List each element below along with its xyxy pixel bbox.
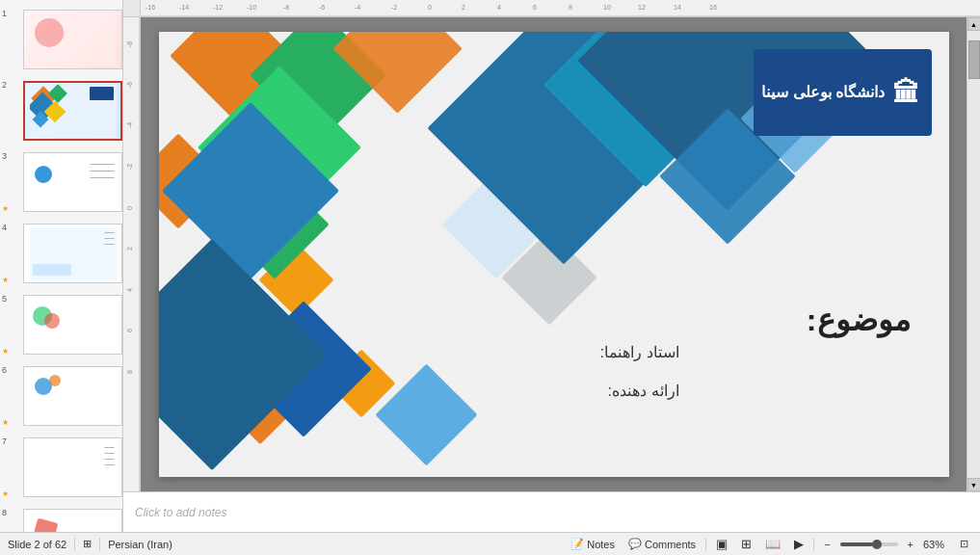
slide-num-5: 5 (2, 294, 7, 304)
supervisor-label[interactable]: استاد راهنما: (600, 343, 679, 361)
slide-sorter-button[interactable]: ⊞ (737, 536, 755, 552)
main-slide: 🏛 دانشگاه بوعلی سینا موضوع: استاد راهنما… (159, 32, 949, 477)
normal-view-button[interactable]: ▣ (712, 536, 731, 552)
slide-thumb-4[interactable]: —————— (23, 224, 122, 283)
notes-label: Notes (587, 539, 615, 550)
scroll-up-button[interactable]: ▲ (967, 17, 981, 31)
status-sep-1 (74, 538, 75, 551)
svg-text:-2: -2 (391, 4, 397, 11)
comments-label: Comments (645, 539, 696, 550)
slide-star-5: ★ (2, 347, 9, 356)
svg-text:-4: -4 (126, 122, 133, 128)
slide-thumb-1[interactable] (23, 10, 122, 69)
svg-text:12: 12 (638, 4, 646, 11)
slide-thumb-7[interactable]: ———————— (23, 437, 122, 497)
university-name: دانشگاه بوعلی سینا (761, 82, 885, 103)
svg-text:6: 6 (126, 329, 133, 332)
slide-thumb-3[interactable]: ——————————————— (23, 152, 122, 212)
scroll-thumb[interactable] (968, 40, 980, 79)
ruler-vertical: -8 -6 -4 -2 0 2 4 6 8 (123, 17, 141, 491)
svg-text:-14: -14 (179, 4, 189, 11)
slideshow-button[interactable]: ▶ (790, 536, 808, 552)
zoom-slider[interactable] (840, 542, 898, 546)
svg-text:-6: -6 (126, 82, 133, 88)
university-logo: 🏛 دانشگاه بوعلی سینا (754, 49, 932, 136)
notes-icon: 📝 (570, 538, 584, 550)
scroll-down-button[interactable]: ▼ (967, 478, 981, 491)
slide-star-3: ★ (2, 204, 9, 213)
comments-icon: 💬 (628, 538, 642, 550)
slide-star-4: ★ (2, 276, 9, 284)
slide-num-1: 1 (2, 9, 7, 18)
svg-text:14: 14 (674, 4, 681, 11)
svg-text:-8: -8 (283, 4, 289, 11)
zoom-slider-thumb[interactable] (872, 540, 882, 549)
slide-num-2: 2 (2, 80, 7, 90)
notes-input-area[interactable]: Click to add notes (123, 491, 980, 532)
status-left: Slide 2 of 62 ⊞ Persian (Iran) (8, 538, 172, 551)
svg-text:0: 0 (428, 4, 432, 11)
svg-text:-6: -6 (319, 4, 325, 11)
presenter-label[interactable]: ارائه دهنده: (608, 382, 679, 400)
slide-thumb-8[interactable] (23, 509, 122, 532)
slide-thumb-6[interactable] (23, 366, 122, 426)
app-container: 1 2 (0, 0, 980, 532)
slide-star-7: ★ (2, 489, 9, 498)
svg-text:4: 4 (497, 4, 501, 11)
svg-text:-12: -12 (213, 4, 223, 11)
status-sep-3 (705, 538, 706, 551)
slide-viewport[interactable]: 🏛 دانشگاه بوعلی سینا موضوع: استاد راهنما… (141, 17, 967, 491)
vertical-scrollbar: ▲ ▼ (967, 17, 980, 491)
status-sep-4 (813, 538, 814, 551)
topic-label[interactable]: موضوع: (807, 302, 911, 338)
svg-text:-4: -4 (355, 4, 360, 11)
fit-slide-button[interactable]: ⊡ (956, 537, 972, 551)
svg-text:2: 2 (126, 247, 133, 251)
svg-text:-2: -2 (126, 164, 133, 170)
status-right: 📝 Notes 💬 Comments ▣ ⊞ 📖 ▶ − + 63% ⊡ (567, 536, 972, 552)
svg-text:4: 4 (126, 288, 133, 292)
slide-panel: 1 2 (0, 0, 123, 532)
status-sep-2 (99, 538, 100, 551)
svg-text:16: 16 (709, 4, 717, 11)
comments-button[interactable]: 💬 Comments (624, 537, 700, 551)
svg-text:-8: -8 (126, 41, 133, 47)
slide-icon: ⊞ (83, 538, 92, 550)
zoom-percent: 63% (923, 539, 950, 550)
svg-text:-16: -16 (146, 4, 155, 11)
ruler-corner (123, 0, 141, 17)
status-bar: Slide 2 of 62 ⊞ Persian (Iran) 📝 Notes 💬… (0, 532, 980, 555)
slide-thumb-2[interactable] (23, 81, 122, 141)
zoom-slider-fill (840, 542, 874, 546)
slide-num-7: 7 (2, 436, 7, 446)
slide-num-8: 8 (2, 508, 7, 517)
svg-text:8: 8 (126, 370, 133, 374)
slide-info: Slide 2 of 62 (8, 539, 66, 550)
svg-text:-10: -10 (247, 4, 256, 11)
slide-num-4: 4 (2, 223, 7, 232)
reading-view-button[interactable]: 📖 (761, 536, 784, 552)
svg-text:0: 0 (126, 206, 133, 210)
ruler-horizontal: -16 -14 -12 -10 -8 -6 -4 -2 0 2 4 6 8 10… (141, 0, 980, 17)
svg-text:2: 2 (462, 4, 465, 11)
slide-num-3: 3 (2, 151, 7, 161)
svg-text:8: 8 (569, 4, 572, 11)
language-label: Persian (Iran) (108, 539, 172, 550)
zoom-in-button[interactable]: + (904, 538, 917, 551)
notes-button[interactable]: 📝 Notes (567, 537, 619, 551)
main-editing-area: -16 -14 -12 -10 -8 -6 -4 -2 0 2 4 6 8 10… (123, 0, 980, 532)
scroll-track[interactable] (967, 31, 980, 478)
svg-text:6: 6 (533, 4, 537, 11)
notes-placeholder: Click to add notes (135, 506, 226, 519)
svg-text:10: 10 (603, 4, 611, 11)
slide-thumb-5[interactable] (23, 295, 122, 355)
slide-num-6: 6 (2, 365, 7, 375)
zoom-out-button[interactable]: − (820, 538, 834, 551)
slide-star-6: ★ (2, 418, 9, 427)
